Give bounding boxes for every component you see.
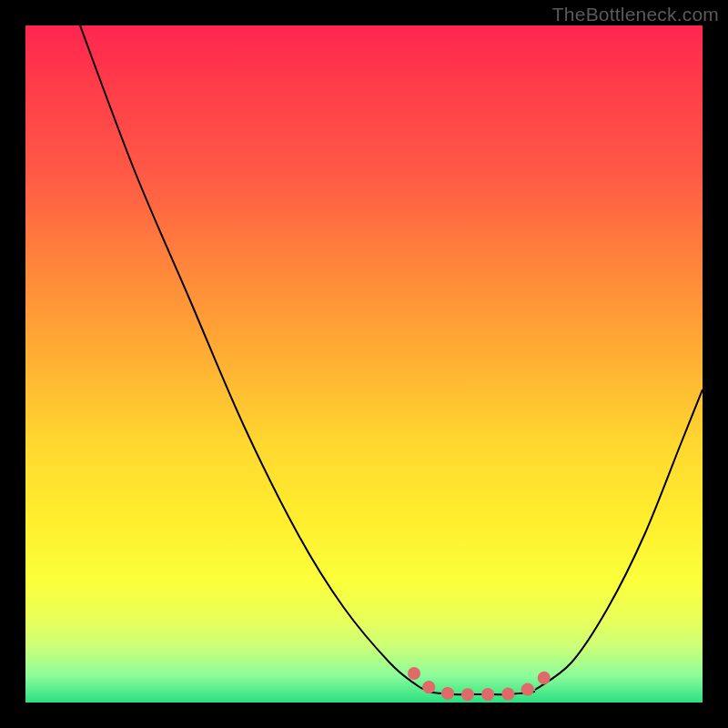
- plot-area: [25, 25, 703, 703]
- chart-frame: TheBottleneck.com: [0, 0, 728, 728]
- watermark-text: TheBottleneck.com: [552, 4, 719, 25]
- dotted-overlay: [414, 673, 549, 694]
- right-branch-curve: [535, 389, 703, 690]
- left-branch-curve: [80, 25, 426, 690]
- curve-layer: [25, 25, 703, 703]
